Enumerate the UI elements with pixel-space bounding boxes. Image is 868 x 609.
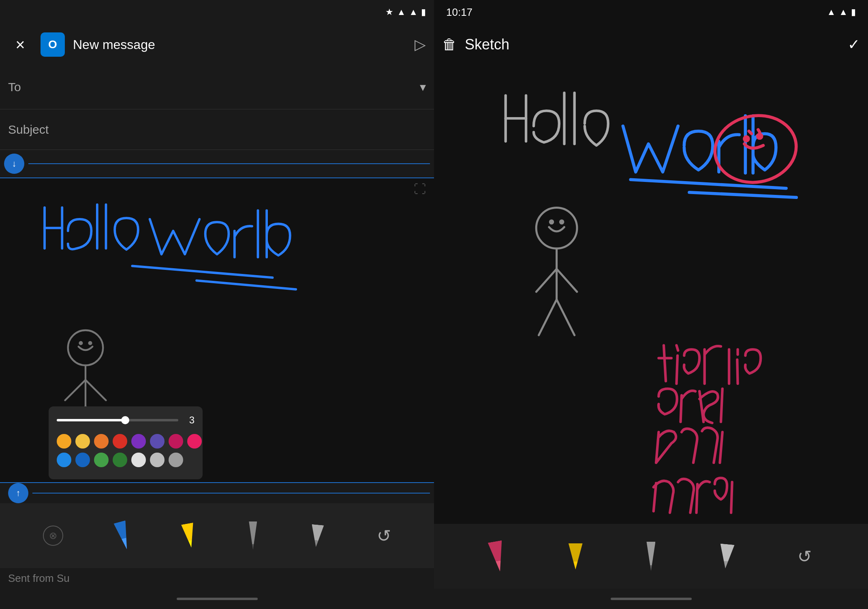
right-pen-tool[interactable] (490, 541, 505, 572)
app-header: × O New message ▷ (0, 24, 434, 65)
to-input[interactable] (29, 81, 412, 94)
arrow-up-button[interactable]: ↑ (8, 483, 28, 503)
left-status-bar: ★ ▲ ▲ ▮ (0, 0, 434, 24)
eraser-icon (310, 524, 324, 547)
eraser-tool[interactable] (311, 525, 323, 547)
svg-point-9 (550, 220, 553, 224)
svg-point-17 (744, 137, 748, 141)
right-pencil-tool[interactable] (646, 542, 655, 571)
format-button[interactable]: ↓ (4, 154, 24, 174)
drawing-tools-bar: ⊗ ↺ (0, 503, 434, 568)
expand-icon[interactable]: ▾ (420, 80, 426, 94)
left-status-icons: ★ ▲ ▲ ▮ (385, 7, 426, 17)
svg-line-13 (557, 269, 577, 292)
left-panel: ★ ▲ ▲ ▮ × O New message ▷ To ▾ Subject ↓… (0, 0, 434, 609)
right-undo-button[interactable]: ↺ (797, 547, 812, 566)
right-pencil-icon (646, 542, 655, 571)
sent-from-signature: Sent from Su (0, 568, 434, 589)
right-status-bar: 10:17 ▲ ▲ ▮ (434, 0, 868, 24)
confirm-button[interactable]: ✓ (848, 36, 860, 53)
color-gray-light[interactable] (131, 453, 146, 467)
bluetooth-icon: ★ (385, 7, 393, 17)
color-blue-dark[interactable] (75, 453, 90, 467)
signal-icon: ▲ (397, 7, 406, 17)
color-yellow[interactable] (75, 434, 90, 449)
svg-point-0 (68, 330, 103, 365)
brush-size-slider[interactable] (57, 419, 178, 421)
svg-line-5 (86, 380, 106, 400)
right-bottom-nav-bar (434, 589, 868, 609)
svg-point-8 (536, 207, 577, 248)
svg-point-1 (80, 342, 82, 344)
to-label: To (8, 80, 21, 94)
color-gray-mid[interactable] (150, 453, 165, 467)
color-picker-popup: 3 (49, 406, 203, 479)
battery-right-icon: ▮ (851, 7, 856, 17)
svg-line-15 (557, 299, 575, 335)
color-grid-row1 (57, 434, 195, 449)
color-orange-dark[interactable] (94, 434, 109, 449)
right-drawing-tools-bar: ↺ (434, 524, 868, 589)
bottom-toolbar-area: ↑ (0, 482, 434, 503)
sketch-header: 🗑 Sketch ✓ (434, 24, 868, 65)
pen-icon (113, 520, 133, 551)
subject-row: Subject (0, 109, 434, 150)
sketch-title: Sketch (465, 36, 840, 53)
color-pink[interactable] (187, 434, 202, 449)
svg-point-10 (560, 220, 563, 224)
color-blue-light[interactable] (57, 453, 71, 467)
color-green-dark[interactable] (113, 453, 127, 467)
undo-button[interactable]: ↺ (377, 526, 391, 546)
signal-right-icon: ▲ (827, 7, 836, 17)
subject-label: Subject (8, 123, 49, 137)
right-eraser-tool[interactable] (719, 544, 733, 568)
outlook-icon: O (41, 32, 65, 57)
color-purple-dark[interactable] (150, 434, 165, 449)
color-red[interactable] (113, 434, 127, 449)
home-indicator (177, 598, 258, 600)
svg-point-18 (758, 134, 762, 138)
close-button[interactable]: × (8, 32, 32, 57)
right-status-icons: ▲ ▲ ▮ (827, 7, 856, 17)
large-sketch-canvas (434, 65, 868, 524)
large-sketch-area[interactable] (434, 65, 868, 524)
pencil-icon (249, 521, 257, 550)
to-row: To ▾ (0, 65, 434, 109)
color-pink-dark[interactable] (169, 434, 183, 449)
right-pen-icon (488, 540, 507, 573)
compose-toolbar: ↓ (0, 150, 434, 178)
svg-line-12 (536, 269, 556, 292)
right-home-indicator (611, 598, 692, 600)
trash-button[interactable]: 🗑 (442, 36, 457, 53)
clear-tool[interactable]: ⊗ (43, 526, 63, 546)
color-gray-dark[interactable] (169, 453, 183, 467)
pen-tool[interactable] (117, 521, 129, 550)
pencil-tool[interactable] (249, 521, 257, 550)
highlighter-tool[interactable] (183, 524, 195, 548)
right-highlighter-tool[interactable] (569, 543, 583, 570)
color-purple-light[interactable] (131, 434, 146, 449)
svg-point-2 (89, 342, 92, 344)
color-grid-row2 (57, 453, 195, 467)
color-green-light[interactable] (94, 453, 109, 467)
right-highlighter-icon (569, 543, 583, 570)
right-eraser-icon (718, 544, 735, 569)
svg-line-4 (65, 380, 86, 400)
svg-line-14 (539, 299, 557, 335)
app-title: New message (73, 37, 406, 52)
bottom-nav-bar (0, 589, 434, 609)
wifi-right-icon: ▲ (839, 7, 848, 17)
right-panel: 10:17 ▲ ▲ ▮ 🗑 Sketch ✓ (434, 0, 868, 609)
toolbar-line (28, 163, 430, 164)
wifi-icon: ▲ (409, 7, 418, 17)
brush-size-slider-row: 3 (57, 415, 195, 426)
status-time: 10:17 (446, 6, 472, 19)
highlighter-icon (181, 523, 197, 549)
battery-icon: ▮ (421, 7, 426, 17)
clear-icon: ⊗ (43, 526, 63, 546)
color-empty (187, 453, 202, 467)
color-orange[interactable] (57, 434, 71, 449)
brush-size-value: 3 (182, 415, 195, 426)
send-button[interactable]: ▷ (415, 36, 426, 53)
